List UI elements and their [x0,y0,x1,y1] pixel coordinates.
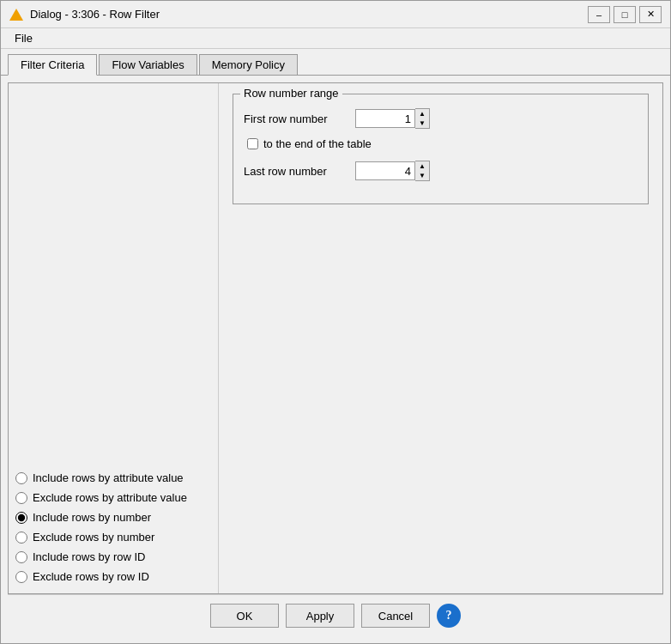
radio-label-include-number: Include rows by number [33,511,151,524]
tab-filter-criteria[interactable]: Filter Criteria [8,54,97,76]
radio-include-attribute[interactable]: Include rows by attribute value [15,471,211,484]
title-bar: Dialog - 3:306 - Row Filter – □ ✕ [1,1,670,28]
title-bar-left: Dialog - 3:306 - Row Filter [9,8,160,21]
right-panel: Row number range First row number ▲ ▼ [219,83,662,593]
radio-group: Include rows by attribute value Exclude … [15,471,211,583]
minimize-button[interactable]: – [588,6,610,23]
last-row-label: Last row number [244,165,355,178]
tab-memory-policy[interactable]: Memory Policy [199,54,298,75]
end-of-table-checkbox[interactable] [247,138,258,149]
maximize-button[interactable]: □ [614,6,636,23]
main-content: Include rows by attribute value Exclude … [1,76,670,643]
radio-label-exclude-number: Exclude rows by number [33,531,154,544]
group-box-title: Row number range [240,87,342,100]
spacer [15,94,211,248]
last-row-spinner-buttons: ▲ ▼ [415,161,430,181]
radio-label-include-attribute: Include rows by attribute value [33,471,184,484]
menu-bar: File [1,28,670,49]
close-button[interactable]: ✕ [639,6,662,23]
end-of-table-row: to the end of the table [247,137,638,150]
left-panel: Include rows by attribute value Exclude … [9,83,219,593]
radio-input-exclude-number[interactable] [15,532,27,544]
title-controls: – □ ✕ [588,6,662,23]
radio-label-exclude-attribute: Exclude rows by attribute value [33,491,187,504]
radio-exclude-number[interactable]: Exclude rows by number [15,531,211,544]
help-button[interactable]: ? [437,604,461,628]
cancel-button[interactable]: Cancel [361,604,430,628]
app-icon [9,9,23,21]
first-row-label: First row number [244,112,355,125]
radio-include-row-id[interactable]: Include rows by row ID [15,550,211,563]
file-menu[interactable]: File [8,30,39,46]
bottom-bar: OK Apply Cancel ? [8,594,663,636]
radio-exclude-row-id[interactable]: Exclude rows by row ID [15,570,211,583]
main-window: Dialog - 3:306 - Row Filter – □ ✕ File F… [0,0,671,644]
first-row-input[interactable] [355,109,415,128]
radio-label-exclude-row-id: Exclude rows by row ID [33,570,149,583]
radio-input-include-attribute[interactable] [15,472,27,484]
radio-include-number[interactable]: Include rows by number [15,511,211,524]
last-row-form-row: Last row number ▲ ▼ [244,161,638,181]
tab-flow-variables[interactable]: Flow Variables [99,54,196,75]
radio-input-include-row-id[interactable] [15,551,27,563]
first-row-spin-down[interactable]: ▼ [415,118,429,128]
content-panel: Include rows by attribute value Exclude … [8,82,663,594]
last-row-input[interactable] [355,161,415,180]
first-row-spinner: ▲ ▼ [355,108,430,129]
first-row-spin-up[interactable]: ▲ [415,109,429,118]
radio-label-include-row-id: Include rows by row ID [33,550,146,563]
last-row-spin-up[interactable]: ▲ [415,161,429,171]
radio-input-exclude-row-id[interactable] [15,571,27,583]
radio-exclude-attribute[interactable]: Exclude rows by attribute value [15,491,211,504]
radio-input-include-number[interactable] [15,512,27,524]
last-row-spinner: ▲ ▼ [355,161,430,181]
tabs-bar: Filter Criteria Flow Variables Memory Po… [1,49,670,76]
radio-input-exclude-attribute[interactable] [15,492,27,504]
ok-button[interactable]: OK [210,604,279,628]
first-row-spinner-buttons: ▲ ▼ [415,108,430,129]
last-row-spin-down[interactable]: ▼ [415,171,429,180]
first-row-form-row: First row number ▲ ▼ [244,108,638,129]
end-of-table-label: to the end of the table [263,137,372,150]
row-number-range-group: Row number range First row number ▲ ▼ [233,94,649,204]
apply-button[interactable]: Apply [286,604,354,628]
window-title: Dialog - 3:306 - Row Filter [30,8,160,21]
